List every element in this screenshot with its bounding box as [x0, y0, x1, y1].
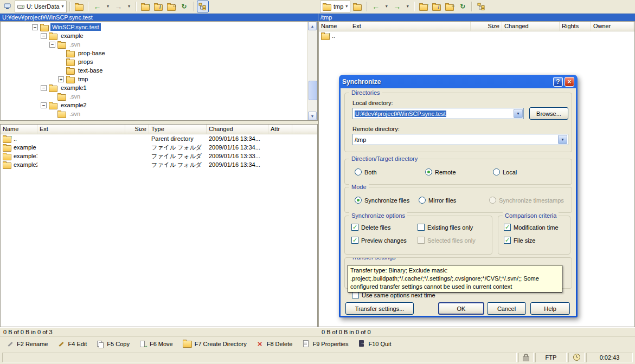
command-f8-delete[interactable]: F8 Delete	[254, 339, 295, 348]
back-button[interactable]: ←	[370, 1, 382, 12]
mode-option[interactable]: Synchronize timestamps	[489, 197, 564, 204]
tree-node-.svn[interactable]: .svn	[1, 92, 317, 101]
chevron-down-icon[interactable]: ▼	[514, 109, 523, 118]
scroll-up-icon[interactable]: ▲	[308, 22, 317, 30]
tree-node-props[interactable]: props	[1, 57, 317, 66]
forward-history-dropdown[interactable]: ▾	[126, 1, 133, 12]
column-header-changed[interactable]: Changed	[207, 125, 268, 134]
direction-option[interactable]: Remote	[425, 168, 493, 176]
parent-directory-button[interactable]	[139, 1, 151, 12]
tree-node-prop-base[interactable]: prop-base	[1, 49, 317, 57]
tree-node-.svn[interactable]: .svn	[1, 109, 317, 118]
file-row-example1[interactable]: example1ファイル フォルダ2009/01/16 13:33...	[1, 152, 317, 160]
column-header-owner[interactable]: Owner	[591, 22, 633, 31]
home-directory-button[interactable]	[444, 1, 456, 12]
checkbox-label: Selected files only	[427, 237, 476, 244]
column-header-name[interactable]: Name	[319, 22, 350, 31]
tree-node-text-base[interactable]: text-base	[1, 66, 317, 75]
column-header-attr[interactable]: Attr	[268, 125, 292, 134]
back-icon: ←	[372, 3, 380, 10]
comparison-option[interactable]: ✓File size	[504, 237, 559, 244]
command-f2-rename[interactable]: F2 Rename	[4, 339, 50, 348]
mode-option[interactable]: Synchronize files	[355, 197, 419, 204]
left-path-bar[interactable]: U:¥dev¥project¥WinSCP.sync.test	[0, 14, 318, 21]
session-button[interactable]	[2, 1, 14, 12]
forward-button[interactable]: →	[391, 1, 403, 12]
column-header-ext[interactable]: Ext	[37, 125, 125, 134]
tree-view-toggle[interactable]	[197, 1, 209, 12]
column-header-rights[interactable]: Rights	[560, 22, 591, 31]
column-header-ext[interactable]: Ext	[350, 22, 471, 31]
tree-node-tmp[interactable]: +tmp	[1, 75, 317, 83]
parent-directory-button[interactable]	[418, 1, 429, 12]
tree-node-example2[interactable]: −example2	[1, 101, 317, 109]
root-directory-button[interactable]	[152, 1, 164, 12]
file-row-..[interactable]: ..Parent directory2009/01/16 13:34...	[1, 134, 317, 143]
minus-expander-icon[interactable]: −	[41, 85, 47, 91]
dialog-title-bar[interactable]: Synchronize ? ×	[341, 75, 576, 88]
minus-expander-icon[interactable]: −	[49, 42, 55, 48]
column-header-type[interactable]: Type	[149, 125, 207, 134]
browse-button[interactable]: Browse...	[529, 107, 568, 120]
tree-node-label: props	[76, 58, 95, 66]
right-path-bar[interactable]: /tmp	[318, 14, 635, 21]
direction-option[interactable]: Local	[493, 168, 517, 176]
remote-directory-selector[interactable]: tmp ▾	[320, 1, 350, 13]
chevron-down-icon[interactable]: ▼	[558, 135, 567, 144]
comparison-option[interactable]: ✓Modification time	[504, 224, 559, 231]
file-row-example2[interactable]: example2ファイル フォルダ2009/01/16 13:34...	[1, 160, 317, 169]
scrollbar-thumb[interactable]	[309, 81, 317, 100]
scroll-down-icon[interactable]: ▼	[308, 112, 317, 120]
close-icon[interactable]: ×	[565, 77, 574, 87]
local-directory-combo[interactable]: U:¥dev¥project¥WinSCP.sync.test ▼	[352, 108, 524, 119]
column-header-size[interactable]: Size	[471, 22, 502, 31]
command-f6-move[interactable]: F6 Move	[137, 339, 175, 348]
sync-option[interactable]: Selected files only	[418, 237, 476, 244]
open-directory-button[interactable]	[351, 1, 363, 12]
tree-node-example1[interactable]: −example1	[1, 83, 317, 92]
drive-selector[interactable]: U: UserData ▾	[15, 1, 67, 13]
minus-expander-icon[interactable]: −	[32, 24, 38, 30]
transfer-settings-button[interactable]: Transfer settings...	[345, 302, 414, 315]
column-header-size[interactable]: Size	[125, 125, 149, 134]
radio-icon	[355, 168, 362, 176]
back-history-dropdown[interactable]: ▾	[105, 1, 112, 12]
refresh-button[interactable]: ↻	[457, 1, 469, 12]
open-directory-button[interactable]	[73, 1, 85, 12]
minus-expander-icon[interactable]: −	[41, 102, 47, 108]
sync-option[interactable]: ✓Delete files	[351, 224, 418, 231]
sync-option[interactable]: Existing files only	[418, 224, 476, 231]
tree-node-WinSCP.sync.test[interactable]: −WinSCP.sync.test	[1, 23, 317, 31]
cancel-button[interactable]: Cancel	[487, 302, 526, 315]
mode-option[interactable]: Mirror files	[419, 197, 489, 204]
command-f5-copy[interactable]: F5 Copy	[94, 339, 132, 348]
command-f9-properties[interactable]: F9 Properties	[300, 339, 350, 348]
ok-button[interactable]: OK	[438, 302, 484, 315]
plus-expander-icon[interactable]: +	[58, 76, 64, 82]
back-button[interactable]: ←	[92, 1, 104, 12]
file-row-..[interactable]: ..	[319, 31, 634, 40]
forward-history-dropdown[interactable]: ▾	[404, 1, 411, 12]
tree-view-toggle[interactable]	[475, 1, 487, 12]
forward-button[interactable]: →	[113, 1, 125, 12]
tree-node-.svn[interactable]: −.svn	[1, 40, 317, 49]
help-button[interactable]: Help	[530, 302, 570, 315]
tree-scrollbar[interactable]: ▲ ▼	[307, 22, 317, 120]
tree-node-example[interactable]: −example	[1, 31, 317, 40]
remote-directory-combo[interactable]: /tmp ▼	[352, 134, 568, 145]
command-f4-edit[interactable]: F4 Edit	[55, 339, 89, 348]
back-history-dropdown[interactable]: ▾	[383, 1, 390, 12]
home-directory-button[interactable]	[165, 1, 177, 12]
file-row-example[interactable]: exampleファイル フォルダ2009/01/16 13:34...	[1, 143, 317, 152]
column-header-changed[interactable]: Changed	[502, 22, 560, 31]
command-f7-create-directory[interactable]: F7 Create Directory	[181, 339, 249, 349]
column-header-name[interactable]: Name	[1, 125, 37, 134]
sync-option[interactable]: ✓Preview changes	[351, 237, 418, 244]
direction-option[interactable]: Both	[355, 168, 425, 176]
command-f10-quit[interactable]: F10 Quit	[356, 339, 393, 348]
refresh-button[interactable]: ↻	[178, 1, 190, 12]
group-title: Transfer settings	[349, 257, 398, 261]
help-button[interactable]: ?	[553, 77, 563, 87]
root-directory-button[interactable]	[431, 1, 442, 12]
minus-expander-icon[interactable]: −	[41, 33, 47, 39]
